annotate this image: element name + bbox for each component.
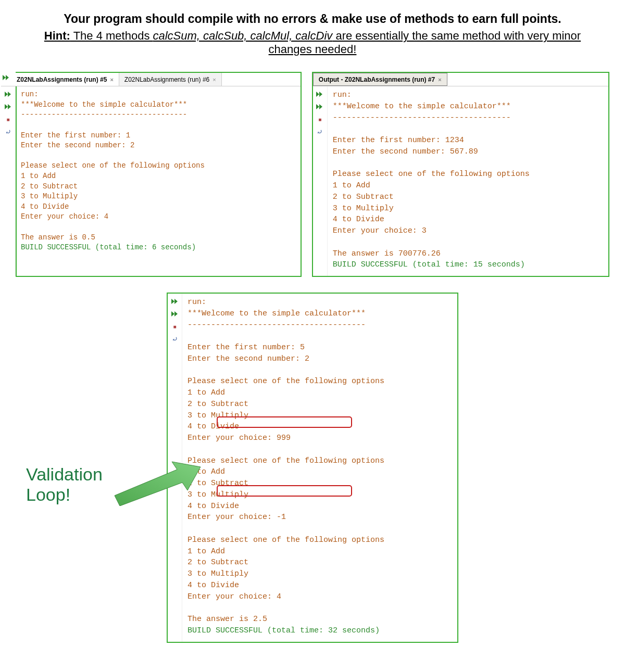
output-panel-right: Output - Z02NLabAssignments (run) #7 × ■…: [312, 72, 609, 277]
tab-bar-right: Output - Z02NLabAssignments (run) #7 ×: [313, 73, 608, 86]
console-output: run: ***Welcome to the simple calculator…: [328, 86, 608, 276]
stop-icon[interactable]: ■: [170, 322, 180, 331]
bottom-wrap: Validation Loop! ■ ⤾ run: ***Welcome to …: [42, 293, 583, 643]
validation-loop-label: Validation Loop!: [26, 464, 103, 505]
panel-body: ■ ⤾ run: ***Welcome to the simple calcul…: [17, 86, 301, 276]
run-icon[interactable]: [315, 102, 325, 111]
hint-label: Hint:: [44, 29, 70, 42]
tab-bar-left: Z02NLabAssignments (run) #5 × Z02NLabAss…: [1, 73, 301, 86]
side-toolbar: ■ ⤾: [313, 86, 328, 276]
build-line: BUILD SUCCESSFUL (total time: 15 seconds…: [333, 260, 525, 269]
build-line: BUILD SUCCESSFUL (total time: 6 seconds): [21, 243, 196, 251]
wrap-icon[interactable]: ⤾: [315, 127, 325, 136]
tab-label: Z02NLabAssignments (run) #5: [17, 76, 107, 83]
console-output: run: ***Welcome to the simple calculator…: [16, 86, 301, 276]
wrap-icon[interactable]: ⤾: [170, 334, 180, 344]
rerun-icon[interactable]: [170, 297, 180, 306]
top-row: Z02NLabAssignments (run) #5 × Z02NLabAss…: [16, 72, 609, 277]
output-panel-left: Z02NLabAssignments (run) #5 × Z02NLabAss…: [16, 72, 302, 277]
side-toolbar: ■ ⤾: [1, 86, 16, 276]
instructions-header: Your program should compile with no erro…: [42, 10, 583, 56]
rerun-icon[interactable]: [3, 90, 14, 99]
hint-methods: calcSum, calcSub, calcMul, calcDiv: [153, 29, 333, 42]
panel-body: ■ ⤾ run: ***Welcome to the simple calcul…: [313, 86, 608, 276]
close-icon[interactable]: ×: [213, 77, 216, 83]
stop-icon[interactable]: ■: [3, 115, 14, 124]
tab-run6[interactable]: Z02NLabAssignments (run) #6 ×: [119, 73, 222, 86]
instructions-title: Your program should compile with no erro…: [42, 10, 583, 27]
tab-group-icon: [1, 73, 11, 82]
build-line: BUILD SUCCESSFUL (total time: 32 seconds…: [188, 626, 380, 635]
console-output: run: ***Welcome to the simple calculator…: [182, 294, 457, 642]
stop-icon[interactable]: ■: [315, 115, 325, 124]
hint-line: Hint: The 4 methods calcSum, calcSub, ca…: [42, 29, 583, 56]
output-panel-bottom: ■ ⤾ run: ***Welcome to the simple calcul…: [167, 293, 458, 643]
close-icon[interactable]: ×: [110, 77, 113, 83]
tab-run5[interactable]: Z02NLabAssignments (run) #5 ×: [11, 73, 119, 86]
hint-pre: The 4 methods: [70, 29, 153, 42]
wrap-icon[interactable]: ⤾: [3, 127, 14, 136]
run-output: run: ***Welcome to the simple calculator…: [188, 298, 384, 624]
run-output: run: ***Welcome to the simple calculator…: [21, 90, 205, 241]
tab-label: Output - Z02NLabAssignments (run) #7: [319, 76, 435, 83]
tab-label: Z02NLabAssignments (run) #6: [124, 76, 209, 83]
tab-run7[interactable]: Output - Z02NLabAssignments (run) #7 ×: [313, 73, 447, 86]
close-icon[interactable]: ×: [438, 77, 441, 83]
run-icon[interactable]: [170, 309, 180, 319]
panel-body: ■ ⤾ run: ***Welcome to the simple calcul…: [168, 294, 457, 642]
run-output: run: ***Welcome to the simple calculator…: [333, 91, 530, 258]
run-icon[interactable]: [3, 102, 14, 111]
rerun-icon[interactable]: [315, 90, 325, 99]
side-toolbar: ■ ⤾: [168, 294, 182, 642]
